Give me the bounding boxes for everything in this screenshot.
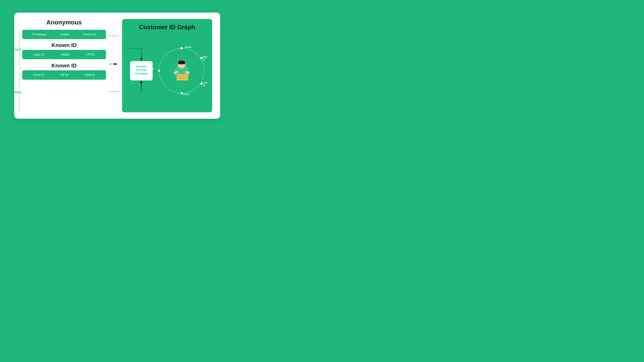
known-offline-pill: Email ID VIP ID CRM ID [22, 70, 106, 80]
main-content: Anonymous Online [22, 19, 212, 112]
right-panel: Customer ID Graph Real-time [122, 19, 212, 112]
svg-text:Real-time: Real-time [136, 65, 146, 68]
svg-text:VIP: VIP [151, 68, 154, 70]
svg-text:Mobile: Mobile [185, 46, 192, 48]
svg-point-34 [200, 57, 203, 59]
known-id-offline-title: Known ID [22, 62, 106, 69]
anonymous-title: Anonymous [22, 19, 106, 26]
known-online-pill: Login ID Mobile VIP ID [22, 50, 106, 59]
left-panel: Anonymous Online [22, 19, 106, 112]
main-card: Anonymous Online [14, 12, 220, 119]
svg-text:Device: Device [203, 56, 207, 58]
svg-rect-27 [178, 63, 185, 64]
known-id-offline-row: Email ID VIP ID CRM ID [22, 70, 106, 80]
cookie-label: Cookie [60, 33, 69, 36]
svg-text:Customer: Customer [136, 69, 147, 71]
online-label: Online [13, 48, 22, 51]
svg-text:ID: ID [203, 84, 205, 86]
svg-text:CRM: CRM [203, 81, 207, 84]
ip-address-label: IP Address [32, 33, 46, 36]
svg-text:ID: ID [203, 58, 205, 61]
svg-rect-29 [177, 74, 188, 79]
email-id-label: Email ID [33, 73, 44, 77]
svg-point-37 [200, 82, 203, 85]
anonymous-pill: IP Address Cookie Device ID [22, 30, 106, 39]
known-id-online-title: Known ID [22, 42, 106, 48]
right-diagram: Real-time Customer ID-mapping [127, 34, 207, 107]
crm-id-label: CRM ID [84, 73, 95, 77]
svg-text:ID: ID [151, 70, 153, 73]
known-id-online-row: Login ID Mobile VIP ID [22, 50, 106, 59]
svg-point-32 [180, 47, 183, 49]
svg-text:ID-mapping: ID-mapping [135, 72, 148, 75]
vip-id-label: VIP ID [86, 53, 94, 56]
svg-point-42 [158, 70, 160, 72]
svg-point-40 [180, 92, 183, 94]
customer-id-graph-title: Customer ID Graph [139, 24, 195, 31]
svg-text:Email: Email [183, 93, 189, 95]
offline-label: Offline [13, 91, 22, 94]
anonymous-row: IP Address Cookie Device ID [22, 30, 106, 39]
device-id-label: Device ID [83, 33, 96, 36]
diagram-svg: Real-time Customer ID-mapping [127, 40, 207, 101]
mobile-label: Mobile [61, 53, 70, 56]
login-id-label: Login ID [34, 53, 44, 56]
vip-id-offline-label: VIP ID [60, 73, 68, 77]
